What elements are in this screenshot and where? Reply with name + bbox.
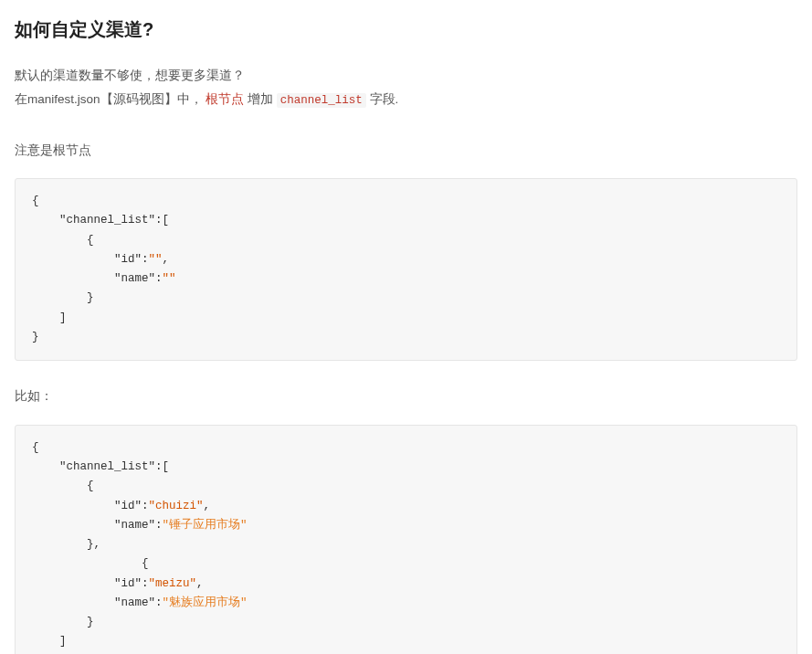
code-block-example: { "channel_list":[ { "id":"chuizi", "nam… (15, 425, 797, 654)
intro-line-2: 在manifest.json【源码视图】中， 根节点 增加 channel_li… (15, 90, 797, 110)
page-heading: 如何自定义渠道? (15, 15, 797, 44)
intro-line-1: 默认的渠道数量不够使，想要更多渠道？ (15, 66, 797, 86)
intro-mid: 增加 (244, 92, 277, 106)
example-label: 比如： (15, 386, 797, 406)
note-root-node: 注意是根节点 (15, 141, 797, 161)
inline-code-channel-list: channel_list (277, 93, 366, 108)
intro-prefix: 在manifest.json【源码视图】中， (15, 92, 203, 106)
intro-suffix: 字段. (366, 92, 399, 106)
intro-root-node: 根节点 (206, 92, 244, 106)
code-block-template: { "channel_list":[ { "id":"", "name":"" … (15, 178, 797, 361)
